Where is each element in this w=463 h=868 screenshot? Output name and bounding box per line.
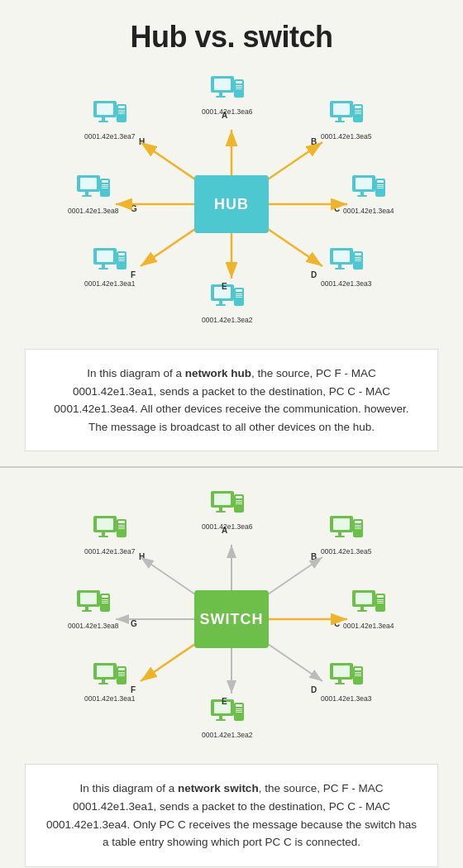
hub-center-box: HUB <box>194 175 269 233</box>
switch-diagram: SWITCH 0001.42e1.3ea6 A <box>17 483 446 756</box>
switch-section: SWITCH 0001.42e1.3ea6 A <box>0 483 463 866</box>
switch-description: In this diagram of a network switch, the… <box>25 764 438 866</box>
page-title: Hub vs. switch <box>0 0 463 68</box>
switch-center-box: SWITCH <box>194 590 269 648</box>
section-divider <box>0 466 463 468</box>
hub-section: HUB 0001.42e1.3ea6 A <box>0 68 463 451</box>
hub-diagram: HUB 0001.42e1.3ea6 A <box>17 68 446 341</box>
hub-description: In this diagram of a network hub, the so… <box>25 349 438 451</box>
